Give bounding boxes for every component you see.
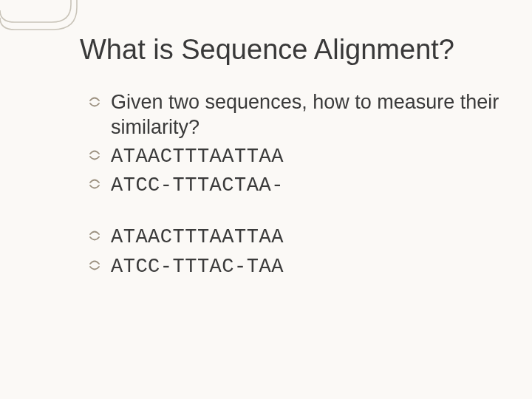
bullet-icon (89, 260, 103, 270)
bullet-g1-seq1: ATAACTTTAATTAA (89, 143, 502, 170)
bullet-icon (89, 97, 103, 107)
sequence-text: ATCC-TTTACTAA- (111, 174, 284, 197)
slide: What is Sequence Alignment? Given two se… (0, 0, 532, 399)
corner-decoration-icon (0, 0, 81, 47)
slide-title: What is Sequence Alignment? (80, 34, 502, 66)
bullet-g2-seq2: ATCC-TTTAC-TAA (89, 253, 502, 280)
sequence-text: ATAACTTTAATTAA (111, 226, 284, 248)
sequence-text: ATAACTTTAATTAA (111, 146, 284, 168)
sequence-text: ATCC-TTTAC-TAA (111, 256, 284, 278)
intro-text: Given two sequences, how to measure thei… (111, 91, 499, 138)
bullet-icon (89, 231, 103, 241)
bullet-g2-seq1: ATAACTTTAATTAA (89, 224, 502, 250)
bullet-icon (89, 150, 103, 160)
bullet-g1-seq2: ATCC-TTTACTAA- (89, 172, 502, 199)
bullet-icon (89, 179, 103, 189)
bullet-intro: Given two sequences, how to measure thei… (89, 90, 502, 140)
spacer (89, 202, 502, 224)
slide-body: Given two sequences, how to measure thei… (89, 90, 502, 283)
